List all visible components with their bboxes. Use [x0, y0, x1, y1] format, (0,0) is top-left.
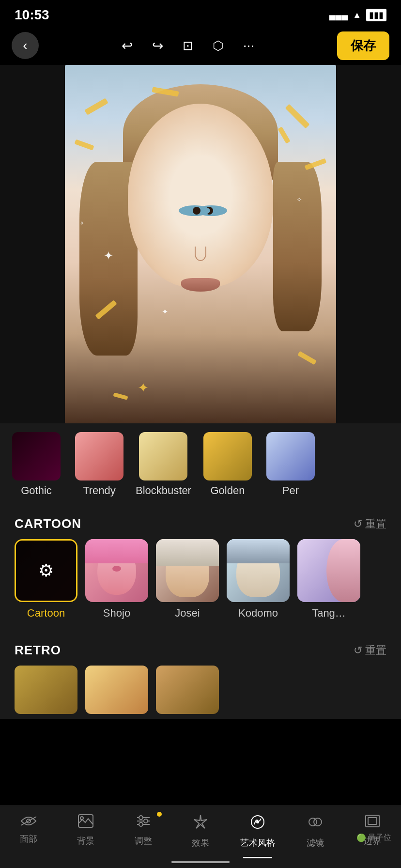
retro-reset-label: 重置: [365, 643, 386, 658]
filter-strip: Gothic Trendy Blockbuster Golden Per: [0, 423, 401, 503]
cartoon-reset-button[interactable]: ↺ 重置: [354, 517, 386, 531]
cartoon-section-title: CARTOON: [15, 516, 81, 531]
svg-rect-14: [368, 818, 377, 824]
style-shojo-label: Shojo: [103, 607, 130, 620]
filter-per[interactable]: Per: [259, 428, 322, 503]
nav-art-style-label: 艺术风格: [240, 837, 275, 849]
back-button[interactable]: ‹: [12, 32, 39, 59]
watermark-icon: 🟢: [356, 833, 366, 842]
battery-icon: ▮▮▮: [366, 9, 386, 21]
save-button[interactable]: 保存: [337, 31, 389, 60]
status-bar: 10:53 ▄▄▄ ▲ ▮▮▮: [0, 0, 401, 26]
settings-sliders-icon: ⚙: [38, 560, 54, 581]
wifi-icon: ▲: [353, 10, 361, 20]
svg-point-6: [144, 819, 148, 823]
style-tangy-label: Tang…: [312, 607, 346, 620]
face-icon: [20, 814, 37, 830]
filter-trendy-label: Trendy: [83, 484, 116, 497]
canvas-image: ✦ ✦ ✧ ✦ ✧: [65, 65, 336, 423]
style-tangy[interactable]: Tang…: [297, 539, 360, 620]
cartoon-settings-overlay: ⚙: [16, 541, 76, 601]
style-kodomo-thumb: [227, 539, 290, 602]
filter-golden-label: Golden: [210, 484, 245, 497]
retro-item-1[interactable]: [15, 666, 77, 714]
bottom-nav: 面部 背景: [0, 806, 401, 868]
toolbar-center: ↩ ↪ ⊡ ⬡ ···: [122, 38, 254, 54]
erase-button[interactable]: ⬡: [213, 38, 224, 53]
style-tangy-thumb: [297, 539, 360, 602]
style-cartoon-thumb: ⚙: [15, 539, 77, 602]
watermark-text: 量子位: [368, 833, 391, 843]
filter-trendy[interactable]: Trendy: [68, 428, 131, 503]
retro-section: RETRO ↺ 重置: [0, 629, 401, 719]
nav-face-label: 面部: [20, 833, 37, 845]
crop-button[interactable]: ⊡: [183, 38, 193, 53]
nav-adjust-label: 调整: [135, 835, 152, 847]
retro-section-header: RETRO ↺ 重置: [15, 629, 386, 666]
retro-thumb-1: [15, 666, 77, 714]
filter-blockbuster-thumb: [139, 432, 187, 480]
filter-row: Gothic Trendy Blockbuster Golden Per: [0, 428, 401, 503]
svg-point-8: [139, 822, 143, 826]
filter-gothic-thumb: [12, 432, 61, 480]
filter-golden-thumb: [203, 432, 252, 480]
retro-thumb-3: [156, 666, 219, 714]
undo-button[interactable]: ↩: [122, 38, 133, 54]
more-button[interactable]: ···: [243, 38, 254, 53]
style-cartoon-label: Cartoon: [27, 607, 65, 620]
redo-button[interactable]: ↪: [152, 38, 163, 54]
filter-per-thumb: [266, 432, 315, 480]
style-josei-thumb: [156, 539, 219, 602]
active-underline: [243, 857, 272, 858]
art-style-icon: [249, 814, 266, 834]
filter-per-label: Per: [282, 484, 299, 497]
cartoon-reset-label: 重置: [365, 517, 386, 531]
border-icon: [364, 814, 381, 832]
effects-icon: [192, 814, 209, 834]
retro-item-2[interactable]: [85, 666, 148, 714]
home-indicator: [171, 861, 230, 863]
retro-reset-button[interactable]: ↺ 重置: [354, 643, 386, 658]
nav-tab-face[interactable]: 面部: [4, 814, 53, 845]
filter-gothic[interactable]: Gothic: [5, 428, 68, 503]
signal-icon: ▄▄▄: [329, 10, 348, 20]
style-josei-label: Josei: [175, 607, 200, 620]
status-time: 10:53: [15, 7, 49, 23]
adjust-dot: [157, 812, 162, 817]
retro-item-3[interactable]: [156, 666, 219, 714]
filter-trendy-thumb: [75, 432, 123, 480]
svg-point-10: [256, 821, 259, 823]
style-josei[interactable]: Josei: [156, 539, 219, 620]
nav-tabs: 面部 背景: [0, 814, 401, 849]
style-kodomo-label: Kodomo: [238, 607, 278, 620]
filter-blockbuster-label: Blockbuster: [136, 484, 191, 497]
retro-reset-icon: ↺: [354, 644, 362, 657]
toolbar-left: ‹: [12, 32, 39, 59]
status-icons: ▄▄▄ ▲ ▮▮▮: [329, 9, 386, 21]
nav-tab-adjust[interactable]: 调整: [119, 814, 168, 847]
adjust-icon: [135, 814, 152, 832]
style-shojo[interactable]: Shojo: [85, 539, 148, 620]
style-cartoon[interactable]: ⚙ Cartoon: [15, 539, 77, 620]
svg-point-2: [80, 817, 83, 820]
nav-effects-label: 效果: [192, 837, 209, 849]
nav-tab-background[interactable]: 背景: [62, 814, 110, 847]
retro-style-row: [15, 666, 386, 719]
canvas-area: ✦ ✦ ✧ ✦ ✧: [0, 65, 401, 423]
reset-icon: ↺: [354, 518, 362, 530]
filter-icon: [307, 814, 324, 834]
filter-golden[interactable]: Golden: [196, 428, 259, 503]
cartoon-style-row: ⚙ Cartoon: [15, 539, 386, 629]
nav-tab-filter[interactable]: 滤镜: [291, 814, 339, 849]
filter-blockbuster[interactable]: Blockbuster: [131, 428, 196, 503]
cartoon-section: CARTOON ↺ 重置 ⚙ Cartoon: [0, 503, 401, 629]
nav-tab-art-style[interactable]: 艺术风格: [233, 814, 282, 849]
svg-point-4: [139, 816, 143, 820]
watermark: 🟢 量子位: [356, 833, 391, 843]
background-icon: [77, 814, 94, 832]
nav-tab-effects[interactable]: 效果: [176, 814, 225, 849]
style-kodomo[interactable]: Kodomo: [227, 539, 290, 620]
scrollable-panel: Gothic Trendy Blockbuster Golden Per CAR…: [0, 423, 401, 816]
toolbar: ‹ ↩ ↪ ⊡ ⬡ ··· 保存: [0, 26, 401, 65]
style-shojo-thumb: [85, 539, 148, 602]
